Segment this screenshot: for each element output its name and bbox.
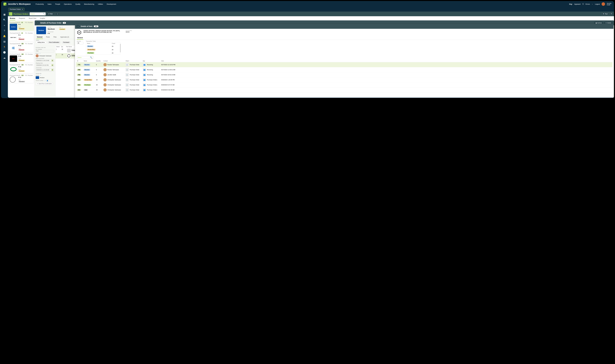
po-card[interactable]: PurchaseOrderID16P.O. Number P-16TypeCon… <box>9 63 34 73</box>
nav-sales[interactable]: Sales <box>48 3 52 5</box>
tab-browse[interactable]: Browse <box>10 17 15 20</box>
calendar-icon[interactable]: ▦ <box>52 60 53 62</box>
item-tab-general[interactable]: General <box>77 36 83 40</box>
logo-icon[interactable] <box>3 3 6 6</box>
subtab-files[interactable]: Files <box>53 35 57 39</box>
po-card[interactable]: PurchaseOrderID11P.O. Number ✖ P-11TypeS… <box>9 74 34 83</box>
object-icon: 🛒 <box>126 73 129 76</box>
nav-development[interactable]: Development <box>107 3 116 5</box>
activity-search-input[interactable] <box>78 57 90 58</box>
tab-board-view[interactable]: Board View <box>28 17 37 20</box>
vcontact-link-icon[interactable]: ↗ <box>45 80 46 81</box>
logout-link[interactable]: Logout <box>595 3 600 5</box>
cloud-icon[interactable]: ☁ <box>3 56 6 59</box>
activity-row[interactable]: 535 VendorShip 20 Christopher Sarkissian… <box>76 77 613 82</box>
calendar-icon[interactable]: ▦ <box>52 69 53 71</box>
stage-price-confirmation[interactable]: Price Confirmation <box>48 41 61 43</box>
add-icon[interactable]: ＋ <box>3 24 6 27</box>
module-help-button[interactable]: ? <box>610 13 613 15</box>
item-checkbox[interactable] <box>56 49 56 50</box>
logout-icon[interactable]: ← <box>592 3 593 5</box>
subtab-approvals[interactable]: Approvals (2) <box>60 35 69 39</box>
quantity-input[interactable] <box>77 42 83 44</box>
errors-link[interactable]: Errors <box>586 3 590 5</box>
buyer-link-icon[interactable]: ↗ <box>39 53 40 54</box>
object-icon: 🛒 <box>126 78 129 81</box>
activity-row[interactable]: 768 Receive 5 Jennifer Sistilli 🛒Purchas… <box>76 72 613 77</box>
apps-icon[interactable]: ▦ <box>3 13 6 16</box>
send-price-confirmation-button[interactable]: ✈Send Price Confirmation <box>36 82 53 85</box>
tour-button[interactable]: 👁Tour <box>602 13 609 15</box>
stage-adding-items[interactable]: Adding Items <box>36 41 46 44</box>
item-icon <box>77 30 82 35</box>
buyer-label: Buyer ↗ <box>36 53 54 54</box>
activity-row[interactable]: 441 Add 20 Christopher Sarkissian 🛒Purch… <box>76 87 613 92</box>
run-icon[interactable]: 🏃 <box>3 46 6 49</box>
search-glyph-icon: 🔍 <box>90 56 92 59</box>
activity-search[interactable]: 🔍 <box>77 56 93 59</box>
nav-operations[interactable]: Operations <box>64 3 72 5</box>
stage-purchased[interactable]: Purchased <box>62 41 71 43</box>
card-logo <box>10 66 17 72</box>
content: 🛒 Purchase Orders 🔍 ▾Filter ＋ 👁Tour ? Br… <box>8 12 614 98</box>
module-search[interactable]: 🔍 <box>30 13 46 15</box>
org-name[interactable]: Appward <box>574 3 580 5</box>
subtab-posts[interactable]: Posts <box>46 35 50 39</box>
contact-avatar <box>104 63 107 66</box>
activity-row[interactable]: 769 Receive 5 Parelee Tahmasian 🛒Purchas… <box>76 67 613 72</box>
tab-requests[interactable]: Requests <box>19 17 25 20</box>
chat-icon[interactable]: ▤ <box>3 40 6 43</box>
po-card[interactable]: PurchaseOrderID19P.O. Number BFS P-19Typ… <box>9 53 34 63</box>
part-thumb <box>67 49 71 52</box>
vendor-link-icon[interactable]: ↗ <box>40 75 41 76</box>
vendor-form-name: Nordson <box>40 77 45 78</box>
org-label: Org: <box>569 3 573 5</box>
tab-insights[interactable]: Insights <box>40 17 45 20</box>
totals-scrollbar[interactable] <box>120 44 121 52</box>
clock-icon[interactable]: 🕘 <box>3 51 6 54</box>
activity-row[interactable]: 770 Receive 5 Parelee Tahmasian 🛒Purchas… <box>76 62 613 67</box>
user-avatar[interactable] <box>602 2 605 6</box>
side-rail: ▦ 🔍 ＋ ? 🔔 ▤ 🏃 🕘 ☁ <box>1 12 8 98</box>
app-icon: 👥 <box>143 83 146 86</box>
bell-icon[interactable]: 🔔 <box>3 35 6 38</box>
po-card-list[interactable]: PurchaseOrderID8P.O. Number Nordson P-8T… <box>8 20 35 98</box>
delete-icon: ✕ <box>605 22 607 24</box>
collapse-detail-icon[interactable]: → <box>36 21 39 24</box>
nav-quality[interactable]: Quality <box>75 3 80 5</box>
nav-productivity[interactable]: Productivity <box>36 3 44 5</box>
subtab-general[interactable]: General <box>36 35 43 39</box>
ship-input[interactable]: 9/29/2023 2:51:52 PM▦ <box>36 64 54 67</box>
tab-purchase-orders[interactable]: Purchase Orders ✕ <box>8 8 24 11</box>
po-info-section: Purchase Order Info <box>36 47 54 48</box>
part-thumb <box>67 54 71 58</box>
module-search-input[interactable] <box>30 13 43 15</box>
item-checkbox[interactable] <box>56 54 56 55</box>
arr-input[interactable]: 9/28/2023 11:31:06 AM▦ <box>36 68 54 71</box>
nav-people[interactable]: People <box>55 3 60 5</box>
dop-input[interactable]: 9/29/2023 11:54:19 AM▦ <box>36 59 54 62</box>
activity-row[interactable]: 523 Purchase 20 Christopher Sarkissian 🛒… <box>76 82 613 87</box>
filter-button[interactable]: ▾Filter <box>47 13 54 15</box>
search-icon[interactable]: 🔍 <box>3 18 6 21</box>
archive-icon: ▣ <box>596 22 597 24</box>
po-card[interactable]: PurchaseOrderID8P.O. Number Nordson P-8T… <box>9 21 34 31</box>
collapse-item-icon[interactable]: → <box>77 25 79 28</box>
vcontact-user-icon[interactable]: 👤 <box>46 79 49 82</box>
ponum-input[interactable]: P-8 <box>36 50 54 52</box>
nav-manufacturing[interactable]: Manufacturing <box>84 3 94 5</box>
po-card[interactable]: PurchaseOrderID4P.O. Number BEST BUY. P-… <box>9 31 34 41</box>
calendar-icon[interactable]: ▦ <box>52 64 53 66</box>
object-icon: 🛒 <box>126 88 129 91</box>
help-icon[interactable]: ? <box>3 29 6 32</box>
errors-icon[interactable]: ⓘ <box>582 3 584 5</box>
app-icon: 👥 <box>143 68 146 71</box>
vendor-label: Vendor <box>48 26 55 28</box>
totals-section: Transaction Totals NameCount Receive20Ve… <box>86 40 612 55</box>
nav-utilities[interactable]: Utilities <box>98 3 103 5</box>
add-po-button[interactable]: ＋ <box>55 13 60 15</box>
po-card[interactable]: PurchaseOrderID20P.O. Number Œ P-20TypeP… <box>9 42 34 52</box>
close-tab-icon[interactable]: ✕ <box>22 9 23 10</box>
card-logo: Œ <box>10 45 17 51</box>
type-link-icon[interactable]: ↗ <box>62 26 63 28</box>
